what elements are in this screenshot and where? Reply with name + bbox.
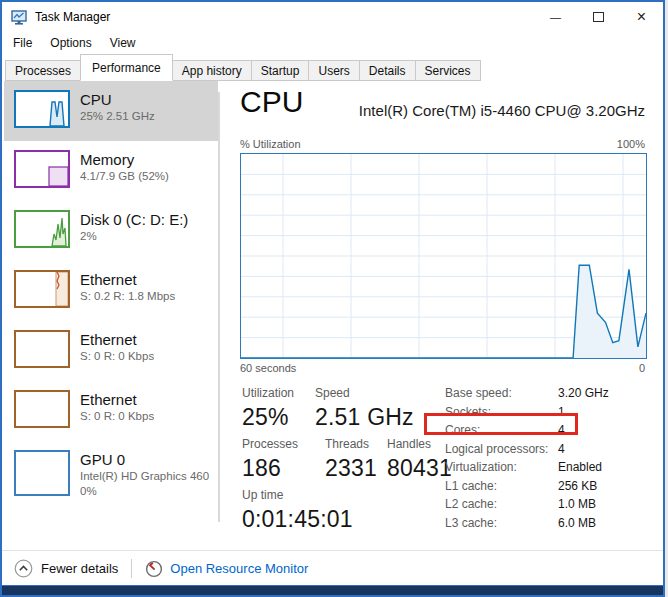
memory-sparkline-icon: [14, 150, 70, 188]
footer-bar: Fewer details Open Resource Monitor: [2, 550, 663, 586]
tab-processes[interactable]: Processes: [5, 60, 81, 81]
cpu-sparkline-icon: [14, 90, 70, 128]
menu-item-file[interactable]: File: [4, 33, 41, 53]
ethernet-sparkline-icon: [14, 270, 70, 308]
sidebar-ethernet3-stats: S: 0 R: 0 Kbps: [80, 409, 154, 424]
cpu-model-name: Intel(R) Core(TM) i5-4460 CPU@ 3.20GHz: [359, 102, 645, 119]
task-manager-icon: [11, 9, 27, 25]
sidebar-item-disk0[interactable]: Disk 0 (C: D: E:) 2%: [4, 201, 218, 261]
task-manager-window: Task Manager — × File Options View Proce…: [0, 0, 665, 597]
stat-uptime: Up time 0:01:45:01: [242, 488, 353, 533]
spec-row-l3-cache: L3 cache: 6.0 MB: [445, 514, 657, 533]
spec-row-virtualization: Virtualization: Enabled: [445, 458, 657, 477]
sidebar-ethernet1-title: Ethernet: [80, 270, 175, 289]
tab-services[interactable]: Services: [415, 60, 481, 81]
sidebar-disk-stats: 2%: [80, 229, 188, 244]
sidebar-cpu-title: CPU: [80, 90, 155, 109]
cpu-chart-svg: [241, 154, 646, 358]
ethernet-sparkline-icon: [14, 330, 70, 368]
window-controls: — ×: [534, 2, 663, 32]
sidebar-disk-title: Disk 0 (C: D: E:): [80, 210, 188, 229]
y-axis-label: % Utilization: [240, 138, 301, 150]
sidebar-item-ethernet-3[interactable]: Ethernet S: 0 R: 0 Kbps: [4, 381, 218, 441]
sidebar-gpu-stats: 0%: [80, 484, 209, 499]
cpu-panel: CPU Intel(R) Core(TM) i5-4460 CPU@ 3.20G…: [220, 81, 663, 549]
spec-row-l2-cache: L2 cache: 1.0 MB: [445, 495, 657, 514]
spec-row-logical-processors: Logical processors: 4: [445, 440, 657, 459]
stat-handles: Handles 80431: [387, 437, 452, 482]
fewer-details-button[interactable]: Fewer details: [14, 559, 118, 578]
disk-sparkline-icon: [14, 210, 70, 248]
sidebar-item-ethernet-1[interactable]: Ethernet S: 0.2 R: 1.8 Mbps: [4, 261, 218, 321]
minimize-button[interactable]: —: [534, 2, 577, 32]
sidebar-item-ethernet-2[interactable]: Ethernet S: 0 R: 0 Kbps: [4, 321, 218, 381]
footer-divider: [131, 559, 132, 578]
window-title: Task Manager: [35, 10, 110, 24]
cpu-spec-list: Base speed: 3.20 GHz Sockets: 1 Cores: 4…: [445, 384, 657, 532]
sidebar-gpu-name: Intel(R) HD Graphics 460: [80, 469, 209, 484]
x-axis-right-label: 0: [639, 362, 645, 374]
gpu-sparkline-icon: [14, 450, 70, 496]
sidebar-cpu-stats: 25% 2.51 GHz: [80, 109, 155, 124]
y-axis-max-label: 100%: [617, 138, 645, 150]
window-bottom-edge: [2, 585, 663, 595]
sidebar-ethernet2-title: Ethernet: [80, 330, 154, 349]
tab-bar: Processes Performance App history Startu…: [2, 54, 663, 81]
maximize-button[interactable]: [577, 2, 620, 32]
sidebar-gpu-title: GPU 0: [80, 450, 209, 469]
tab-performance[interactable]: Performance: [80, 54, 173, 81]
resource-monitor-gauge-icon: [145, 560, 163, 578]
spec-row-base-speed: Base speed: 3.20 GHz: [445, 384, 657, 403]
spec-row-l1-cache: L1 cache: 256 KB: [445, 477, 657, 496]
sidebar-ethernet3-title: Ethernet: [80, 390, 154, 409]
sidebar-memory-stats: 4.1/7.9 GB (52%): [80, 169, 169, 184]
menubar: File Options View: [4, 32, 663, 54]
x-axis-left-label: 60 seconds: [240, 362, 296, 374]
stat-speed: Speed 2.51 GHz: [315, 386, 414, 431]
sidebar-item-gpu0[interactable]: GPU 0 Intel(R) HD Graphics 460 0%: [4, 441, 218, 515]
performance-sidebar: CPU 25% 2.51 GHz Memory 4.1/7.9 GB (52%): [4, 81, 218, 549]
tab-users[interactable]: Users: [308, 60, 359, 81]
sidebar-memory-title: Memory: [80, 150, 169, 169]
cores-highlight-annotation: [424, 413, 578, 435]
stat-utilization: Utilization 25%: [242, 386, 294, 431]
chevron-up-circle-icon: [14, 559, 33, 578]
stat-threads: Threads 2331: [325, 437, 377, 482]
open-resource-monitor-link[interactable]: Open Resource Monitor: [145, 560, 308, 578]
tab-app-history[interactable]: App history: [172, 60, 252, 81]
sidebar-item-memory[interactable]: Memory 4.1/7.9 GB (52%): [4, 141, 218, 201]
cpu-usage-area: [241, 265, 646, 358]
tab-startup[interactable]: Startup: [251, 60, 310, 81]
maximize-icon: [593, 12, 604, 22]
titlebar: Task Manager — ×: [2, 2, 663, 32]
menu-item-view[interactable]: View: [101, 33, 145, 53]
sidebar-ethernet1-stats: S: 0.2 R: 1.8 Mbps: [80, 289, 175, 304]
sidebar-item-cpu[interactable]: CPU 25% 2.51 GHz: [4, 81, 218, 141]
sidebar-ethernet2-stats: S: 0 R: 0 Kbps: [80, 349, 154, 364]
page-title: CPU: [240, 85, 303, 119]
menu-item-options[interactable]: Options: [41, 33, 100, 53]
close-button[interactable]: ×: [620, 2, 663, 32]
tab-details[interactable]: Details: [359, 60, 416, 81]
cpu-utilization-chart: [240, 153, 647, 359]
stat-processes: Processes 186: [242, 437, 298, 482]
ethernet-sparkline-icon: [14, 390, 70, 428]
